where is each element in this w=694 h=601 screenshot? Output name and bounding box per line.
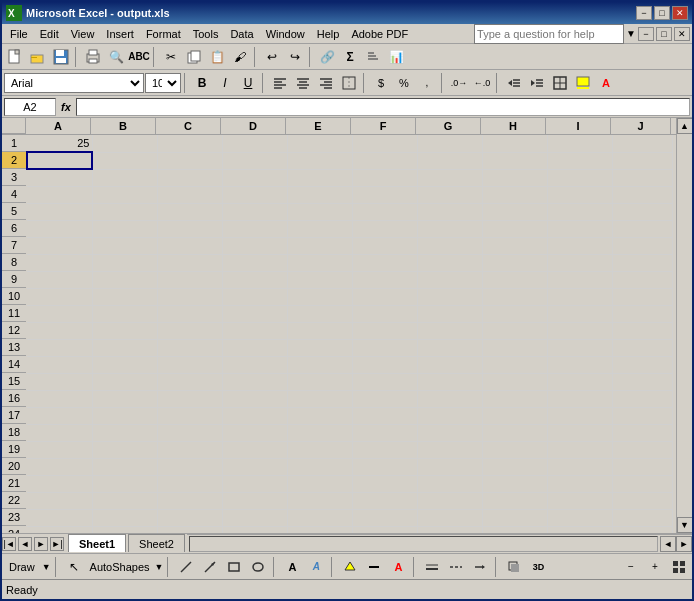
cell-A18[interactable] [27, 424, 92, 441]
draw-select-btn[interactable]: ↖ [63, 556, 85, 578]
cell-G17[interactable] [417, 407, 482, 424]
font-size-selector[interactable]: 10 [145, 73, 181, 93]
cell-A21[interactable] [27, 475, 92, 492]
cell-H11[interactable] [482, 305, 547, 322]
menu-data[interactable]: Data [224, 24, 259, 43]
cut-btn[interactable]: ✂ [160, 46, 182, 68]
cell-A14[interactable] [27, 356, 92, 373]
cell-D10[interactable] [222, 288, 287, 305]
cell-A5[interactable] [27, 203, 92, 220]
cell-A22[interactable] [27, 492, 92, 509]
row-header-11[interactable]: 11 [2, 305, 26, 322]
cell-H10[interactable] [482, 288, 547, 305]
3d-btn[interactable]: 3D [527, 556, 549, 578]
cell-F4[interactable] [352, 186, 417, 203]
cell-H5[interactable] [482, 203, 547, 220]
scroll-right-btn[interactable]: ► [676, 536, 692, 552]
cell-E18[interactable] [287, 424, 352, 441]
cell-C23[interactable] [157, 509, 222, 526]
cell-C24[interactable] [157, 526, 222, 533]
increase-indent-btn[interactable] [526, 72, 548, 94]
cell-I8[interactable] [547, 254, 612, 271]
tab-next-btn[interactable]: ► [34, 537, 48, 551]
cell-J18[interactable] [612, 424, 672, 441]
rect-btn[interactable] [223, 556, 245, 578]
print-preview-btn[interactable]: 🔍 [105, 46, 127, 68]
col-header-b[interactable]: B [91, 118, 156, 134]
arrow-style-btn[interactable] [469, 556, 491, 578]
draw-dropdown-icon[interactable]: ▼ [42, 562, 51, 572]
cell-B19[interactable] [92, 441, 157, 458]
cell-F19[interactable] [352, 441, 417, 458]
row-header-13[interactable]: 13 [2, 339, 26, 356]
cell-D14[interactable] [222, 356, 287, 373]
cell-D21[interactable] [222, 475, 287, 492]
cell-I20[interactable] [547, 458, 612, 475]
cell-J15[interactable] [612, 373, 672, 390]
cell-E9[interactable] [287, 271, 352, 288]
cell-C6[interactable] [157, 220, 222, 237]
row-header-22[interactable]: 22 [2, 492, 26, 509]
cell-H2[interactable] [482, 152, 547, 169]
oval-btn[interactable] [247, 556, 269, 578]
cell-H1[interactable] [482, 135, 547, 152]
font-selector[interactable]: Arial [4, 73, 144, 93]
cell-E11[interactable] [287, 305, 352, 322]
cell-B14[interactable] [92, 356, 157, 373]
cell-B4[interactable] [92, 186, 157, 203]
autoshapes-dropdown-icon[interactable]: ▼ [155, 562, 164, 572]
cell-D3[interactable] [222, 169, 287, 186]
cell-E10[interactable] [287, 288, 352, 305]
cell-G12[interactable] [417, 322, 482, 339]
cell-D20[interactable] [222, 458, 287, 475]
cell-C20[interactable] [157, 458, 222, 475]
cell-D7[interactable] [222, 237, 287, 254]
line-btn[interactable] [175, 556, 197, 578]
cell-E23[interactable] [287, 509, 352, 526]
cell-E21[interactable] [287, 475, 352, 492]
arrow-btn[interactable] [199, 556, 221, 578]
save-btn[interactable] [50, 46, 72, 68]
cell-H21[interactable] [482, 475, 547, 492]
paste-btn[interactable]: 📋 [206, 46, 228, 68]
cell-G24[interactable] [417, 526, 482, 533]
cell-G13[interactable] [417, 339, 482, 356]
cell-H4[interactable] [482, 186, 547, 203]
cell-B1[interactable] [92, 135, 157, 152]
cell-E12[interactable] [287, 322, 352, 339]
cell-B11[interactable] [92, 305, 157, 322]
cell-H17[interactable] [482, 407, 547, 424]
cell-H12[interactable] [482, 322, 547, 339]
cell-F5[interactable] [352, 203, 417, 220]
col-header-h[interactable]: H [481, 118, 546, 134]
fill-draw-btn[interactable] [339, 556, 361, 578]
search-dropdown-icon[interactable]: ▼ [626, 28, 636, 39]
cell-J9[interactable] [612, 271, 672, 288]
menu-edit[interactable]: Edit [34, 24, 65, 43]
cell-J12[interactable] [612, 322, 672, 339]
cell-D22[interactable] [222, 492, 287, 509]
cell-B21[interactable] [92, 475, 157, 492]
cell-I9[interactable] [547, 271, 612, 288]
cell-G6[interactable] [417, 220, 482, 237]
decrease-decimal-btn[interactable]: ←.0 [471, 72, 493, 94]
cell-H22[interactable] [482, 492, 547, 509]
copy-btn[interactable] [183, 46, 205, 68]
cell-G22[interactable] [417, 492, 482, 509]
cell-I15[interactable] [547, 373, 612, 390]
cell-G16[interactable] [417, 390, 482, 407]
menu-format[interactable]: Format [140, 24, 187, 43]
row-header-2[interactable]: 2 [2, 152, 26, 169]
cell-G3[interactable] [417, 169, 482, 186]
align-left-btn[interactable] [269, 72, 291, 94]
cell-J16[interactable] [612, 390, 672, 407]
row-header-6[interactable]: 6 [2, 220, 26, 237]
cell-E15[interactable] [287, 373, 352, 390]
cell-D6[interactable] [222, 220, 287, 237]
cell-G5[interactable] [417, 203, 482, 220]
cell-J10[interactable] [612, 288, 672, 305]
cell-G14[interactable] [417, 356, 482, 373]
scroll-up-btn[interactable]: ▲ [677, 118, 693, 134]
cell-A9[interactable] [27, 271, 92, 288]
cell-I19[interactable] [547, 441, 612, 458]
